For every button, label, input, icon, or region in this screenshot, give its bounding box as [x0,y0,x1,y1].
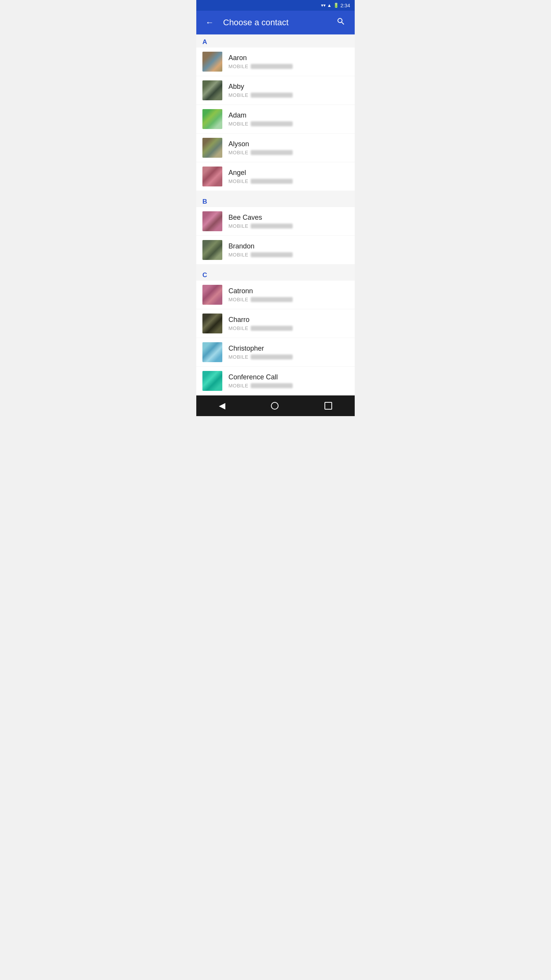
contact-number-brandon [251,252,293,257]
contact-name-christopher: Christopher [228,345,349,353]
contact-item-alyson[interactable]: AlysonMOBILE [196,134,355,162]
contact-info-charro: CharroMOBILE [228,316,349,332]
contact-label-conferencecall: MOBILE [228,383,248,389]
contact-item-adam[interactable]: AdamMOBILE [196,105,355,133]
back-button[interactable]: ← [202,15,217,31]
contact-number-adam [251,121,293,126]
avatar-beecaves [202,211,222,231]
contact-name-catronn: Catronn [228,287,349,295]
contact-number-christopher [251,354,293,359]
contact-info-brandon: BrandonMOBILE [228,242,349,258]
wifi-icon: ▾▾ [321,3,326,8]
contact-name-brandon: Brandon [228,242,349,250]
bottom-nav: ◀ [196,395,355,416]
avatar-adam [202,109,222,129]
app-bar: ← Choose a contact [196,11,355,34]
contact-label-row-catronn: MOBILE [228,296,349,303]
status-bar: ▾▾ ▲ 🔋 2:34 [196,0,355,11]
avatar-christopher [202,342,222,362]
contact-info-catronn: CatronnMOBILE [228,287,349,303]
contact-info-angel: AngelMOBILE [228,169,349,185]
recent-nav-button[interactable] [316,398,340,414]
contact-list: AAaronMOBILEAbbyMOBILEAdamMOBILEAlysonMO… [196,34,355,395]
status-icons: ▾▾ ▲ 🔋 2:34 [321,3,350,8]
contact-item-christopher[interactable]: ChristopherMOBILE [196,338,355,366]
contact-name-adam: Adam [228,111,349,119]
contact-item-catronn[interactable]: CatronnMOBILE [196,281,355,309]
contact-label-alyson: MOBILE [228,150,248,155]
contact-label-charro: MOBILE [228,325,248,331]
contact-item-conferencecall[interactable]: Conference CallMOBILE [196,367,355,395]
contact-info-christopher: ChristopherMOBILE [228,345,349,360]
svg-point-0 [271,402,278,409]
section-header-b: B [196,194,355,207]
contact-label-adam: MOBILE [228,121,248,127]
contact-number-aaron [251,64,293,69]
avatar-charro [202,314,222,333]
contact-name-beecaves: Bee Caves [228,214,349,222]
home-nav-button[interactable] [262,397,287,414]
app-bar-title: Choose a contact [223,18,327,28]
battery-icon: 🔋 [333,3,339,8]
contact-number-abby [251,93,293,98]
status-time: 2:34 [341,3,350,8]
search-button[interactable] [333,14,349,31]
contact-info-aaron: AaronMOBILE [228,54,349,70]
contact-name-abby: Abby [228,83,349,91]
contact-label-row-angel: MOBILE [228,178,349,185]
contact-label-row-beecaves: MOBILE [228,222,349,229]
signal-icon: ▲ [327,3,332,8]
avatar-angel [202,167,222,186]
contact-item-aaron[interactable]: AaronMOBILE [196,47,355,76]
avatar-brandon [202,240,222,260]
contact-label-christopher: MOBILE [228,354,248,360]
contact-item-brandon[interactable]: BrandonMOBILE [196,236,355,264]
contact-number-charro [251,326,293,331]
contact-name-alyson: Alyson [228,140,349,148]
contact-label-row-aaron: MOBILE [228,63,349,70]
contact-label-row-christopher: MOBILE [228,353,349,360]
contact-number-catronn [251,297,293,302]
contact-label-brandon: MOBILE [228,252,248,258]
avatar-catronn [202,285,222,305]
contact-item-angel[interactable]: AngelMOBILE [196,162,355,191]
contact-item-beecaves[interactable]: Bee CavesMOBILE [196,207,355,235]
contact-label-row-abby: MOBILE [228,91,349,98]
contact-number-alyson [251,150,293,155]
contact-label-abby: MOBILE [228,92,248,98]
back-nav-button[interactable]: ◀ [211,397,233,415]
contact-label-beecaves: MOBILE [228,223,248,229]
contact-label-row-adam: MOBILE [228,120,349,127]
contact-label-row-brandon: MOBILE [228,251,349,258]
svg-rect-1 [325,402,332,409]
contact-label-row-charro: MOBILE [228,325,349,332]
contact-info-alyson: AlysonMOBILE [228,140,349,156]
contact-label-angel: MOBILE [228,178,248,184]
contact-info-adam: AdamMOBILE [228,111,349,127]
section-header-a: A [196,34,355,47]
contact-number-angel [251,179,293,184]
contact-name-angel: Angel [228,169,349,177]
contact-name-conferencecall: Conference Call [228,373,349,381]
contact-label-aaron: MOBILE [228,64,248,69]
contact-item-charro[interactable]: CharroMOBILE [196,309,355,338]
avatar-aaron [202,52,222,72]
contact-label-catronn: MOBILE [228,297,248,302]
contact-label-row-alyson: MOBILE [228,149,349,156]
contact-name-charro: Charro [228,316,349,324]
avatar-alyson [202,138,222,158]
contact-number-beecaves [251,224,293,229]
section-gap [196,191,355,194]
section-gap [196,265,355,268]
section-header-c: C [196,268,355,281]
contact-info-abby: AbbyMOBILE [228,83,349,98]
contact-label-row-conferencecall: MOBILE [228,382,349,389]
contact-number-conferencecall [251,383,293,388]
avatar-conferencecall [202,371,222,391]
avatar-abby [202,80,222,100]
contact-info-beecaves: Bee CavesMOBILE [228,214,349,229]
contact-info-conferencecall: Conference CallMOBILE [228,373,349,389]
contact-item-abby[interactable]: AbbyMOBILE [196,76,355,105]
contact-name-aaron: Aaron [228,54,349,62]
